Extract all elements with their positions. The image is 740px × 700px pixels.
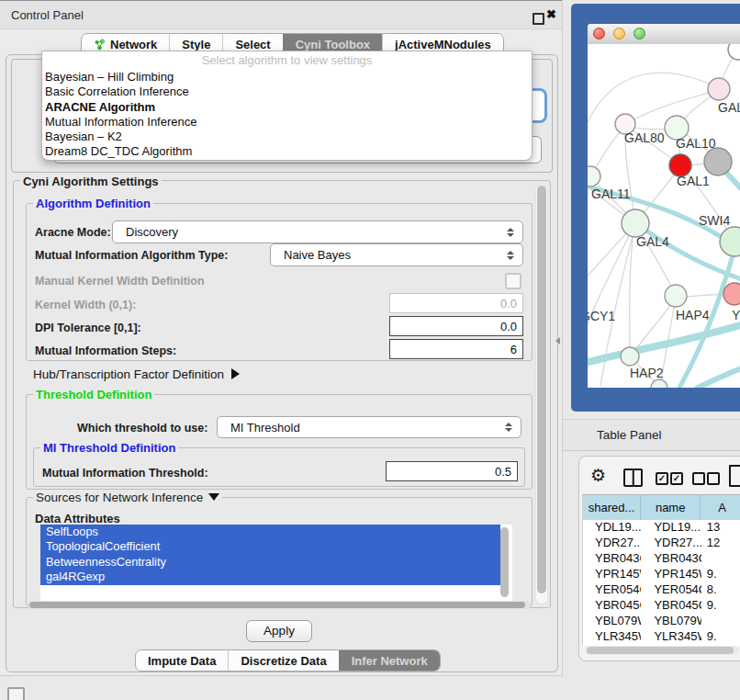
mode-tab-discretize-data[interactable]: Discretize Data [228,650,338,671]
algorithm-option[interactable]: Bayesian – K2 [42,130,532,144]
select-all-icon[interactable]: ✓ [656,472,668,485]
cyni-mode-tabstrip: Impute DataDiscretize DataInfer Network [135,649,441,672]
network-graph: GALGAL80GAL10GAL1GAL11GAL4SWI4GCY1HAP4YH… [588,44,740,388]
network-node-GAL[interactable] [708,78,730,100]
table-cell [701,614,740,629]
table-row[interactable]: YBL079WYBL079W [583,614,740,629]
data-attributes-list[interactable]: SelfLoopsTopologicalCoefficientBetweenne… [40,525,512,601]
tab-label: jActiveMNodules [395,38,491,51]
sources-hscrollbar-track[interactable] [28,601,531,609]
node-label-HAP2: HAP2 [630,366,664,380]
minimize-traffic-light-icon[interactable] [613,28,625,40]
settings-scrollbar-thumb[interactable] [537,186,546,593]
table-hscrollbar-track[interactable] [585,646,739,655]
table-row[interactable]: YBR045CYBR045C9. [583,598,740,614]
network-canvas[interactable]: GALGAL80GAL10GAL1GAL11GAL4SWI4GCY1HAP4YH… [588,44,740,388]
attribute-list-item[interactable]: BetweennessCentrality [40,555,500,570]
aracne-mode-select[interactable]: Discovery [112,220,523,243]
mi-steps-value: 6 [510,343,517,356]
table-cell: YLR345W [641,629,701,645]
table-row[interactable]: YBR043CYBR043C [583,551,740,567]
sources-hscrollbar-thumb[interactable] [29,602,525,608]
page-icon[interactable] [729,465,740,487]
network-node-top[interactable] [728,44,740,60]
kernel-width-input[interactable]: 0.0 [389,293,523,313]
table-cell: 9. [701,598,740,614]
network-node-Y[interactable] [723,283,740,305]
table-row[interactable]: YPR145WYPR145W9. [583,567,740,582]
mi-steps-input[interactable]: 6 [389,339,523,359]
network-node-GAL4[interactable] [622,209,649,237]
select-all-icon[interactable]: ✓ [670,472,683,485]
mi-type-select[interactable]: Naive Bayes [270,243,523,266]
table-cell: YDR27... [641,536,701,551]
control-panel-titlebar: Control Panel ✖ [0,0,562,29]
algorithm-option[interactable]: Bayesian – Hill Climbing [42,70,532,85]
table-row[interactable]: YDL19...YDL19...13 [583,520,740,536]
column-header-shared-[interactable]: shared... [583,495,641,520]
column-header-a[interactable]: A [701,495,740,520]
dpi-tolerance-input[interactable]: 0.0 [389,316,523,336]
splitter-collapse-icon[interactable] [555,337,560,344]
zoom-traffic-light-icon[interactable] [633,28,645,40]
table-hscrollbar-thumb[interactable] [587,647,734,654]
attribute-list-item[interactable]: SelfLoops [40,525,500,539]
algorithm-option[interactable]: Dream8 DC_TDC Algorithm [42,144,532,159]
attribute-list-item[interactable]: TopologicalCoefficient [40,539,500,554]
sources-group-title[interactable]: Sources for Network Inference [33,491,222,504]
table-panel-title: Table Panel [597,428,662,442]
mi-threshold-input[interactable]: 0.5 [386,461,518,481]
table-cell: YER054C [583,582,641,598]
table-row[interactable]: YLR345WYLR345W9. [583,629,740,645]
deselect-all-icon[interactable] [692,472,705,485]
attribute-list-item[interactable]: gal4RGexp [40,570,500,584]
which-threshold-select[interactable]: MI Threshold [217,416,521,438]
kernel-width-label: Kernel Width (0,1): [35,299,136,311]
attributes-scrollbar-thumb[interactable] [500,527,509,597]
network-node-gray[interactable] [704,148,732,175]
algorithm-option[interactable]: Mutual Information Inference [42,115,532,130]
algorithm-option[interactable]: Basic Correlation Inference [42,85,532,99]
table-row[interactable]: YDR27...YDR27...12 [583,536,740,551]
table-cell: YDL19... [583,520,641,536]
table-row[interactable]: YER054CYER054C8. [583,582,740,598]
algorithm-definition-title: Algorithm Definition [33,197,153,210]
mode-tab-impute-data[interactable]: Impute Data [136,650,228,671]
split-columns-icon[interactable] [623,469,643,487]
network-node-GAL11[interactable] [588,166,600,186]
mode-tab-label: Infer Network [352,654,428,668]
deselect-all-icon[interactable] [707,472,720,485]
which-threshold-label: Which threshold to use: [77,422,207,435]
network-node-SWI4[interactable] [720,227,740,256]
table-cell: YBR045C [641,598,701,614]
close-icon[interactable]: ✖ [546,7,556,21]
column-header-name[interactable]: name [641,495,701,520]
table-cell: 8. [701,582,740,598]
hub-definition-disclosure[interactable]: Hub/Transcription Factor Definition [33,367,240,381]
network-node-HAP2[interactable] [621,347,639,366]
data-attributes-label: Data Attributes [35,512,120,525]
apply-button[interactable]: Apply [246,620,312,642]
tab-label: Style [182,38,210,51]
network-window-titlebar[interactable] [588,24,740,45]
dock-panel-icon[interactable] [7,687,25,700]
chevron-right-icon [231,368,240,379]
manual-kernel-checkbox[interactable] [505,273,521,289]
close-traffic-light-icon[interactable] [593,28,605,40]
table-body: YDL19...YDL19...13YDR27...YDR27...12YBR0… [583,520,740,646]
node-label-HAP4: HAP4 [676,308,710,322]
table-cell: 12 [701,536,740,551]
node-label-GAL80: GAL80 [624,130,665,145]
threshold-definition-title: Threshold Definition [33,388,154,401]
hub-definition-label: Hub/Transcription Factor Definition [33,367,224,381]
mi-steps-label: Mutual Information Steps: [35,344,176,357]
table-cell: 13 [701,520,740,536]
float-panel-icon[interactable] [533,13,544,25]
algorithm-option[interactable]: ARACNE Algorithm [42,100,532,115]
mi-threshold-label: Mutual Information Threshold: [42,467,208,480]
mode-tab-infer-network[interactable]: Infer Network [339,650,440,671]
gear-icon[interactable]: ⚙ [590,465,606,486]
manual-kernel-label: Manual Kernel Width Definition [35,275,205,288]
table-cell: YLR345W [583,629,641,645]
network-node-HAP4[interactable] [665,285,687,307]
